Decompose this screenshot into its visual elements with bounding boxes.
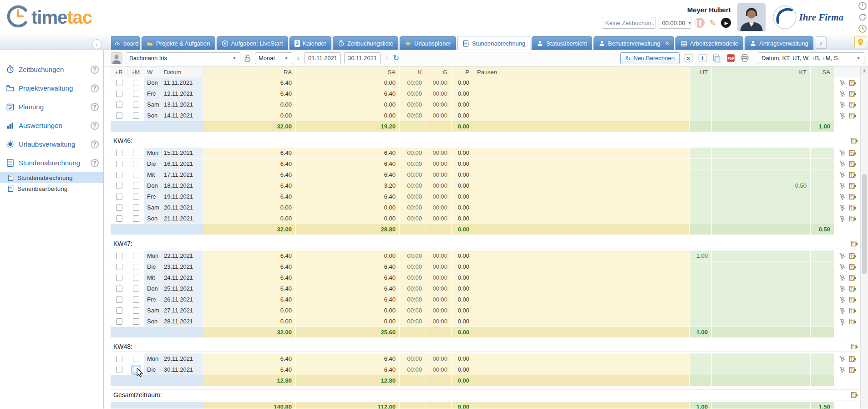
- row-checkbox-m[interactable]: [133, 367, 139, 373]
- sidebar-item-auswertungen[interactable]: Auswertungen?: [0, 116, 103, 135]
- user-select[interactable]: Bachmann Iris▼: [126, 52, 240, 64]
- table-export-icon[interactable]: [848, 171, 856, 179]
- scroll-up-arrow-icon[interactable]: ▲: [861, 66, 868, 74]
- handcart-icon[interactable]: [838, 149, 846, 157]
- row-checkbox-b[interactable]: [116, 356, 122, 362]
- row-checkbox-m[interactable]: [133, 150, 139, 156]
- handcart-icon[interactable]: [838, 263, 846, 271]
- print-icon[interactable]: [739, 53, 750, 64]
- tab-arbeitszeitmodelle[interactable]: Arbeitszeitmodelle: [675, 36, 743, 50]
- help-icon[interactable]: ?: [91, 84, 99, 92]
- lightbulb-icon[interactable]: [854, 36, 866, 48]
- table-export-icon[interactable]: [850, 391, 858, 399]
- row-checkbox-b[interactable]: [116, 297, 122, 303]
- row-checkbox-b[interactable]: [116, 183, 122, 189]
- handcart-icon[interactable]: [838, 204, 846, 212]
- table-export-icon[interactable]: [848, 285, 856, 293]
- date-to-input[interactable]: 30.11.2021: [344, 52, 381, 64]
- row-checkbox-m[interactable]: [133, 215, 139, 222]
- tab-overflow-button[interactable]: ›: [816, 36, 827, 49]
- row-checkbox-m[interactable]: [133, 161, 139, 167]
- help-icon[interactable]: ?: [91, 103, 99, 111]
- sidebar-item-urlaubsverwaltung[interactable]: Urlaubsverwaltung?: [0, 135, 103, 153]
- row-checkbox-m[interactable]: [133, 91, 139, 97]
- row-checkbox-m[interactable]: [133, 80, 139, 86]
- table-export-icon[interactable]: [848, 355, 856, 363]
- row-checkbox-b[interactable]: [116, 204, 122, 211]
- col-header-ra[interactable]: RA: [203, 66, 296, 77]
- row-checkbox-m[interactable]: [133, 112, 139, 119]
- sidebar-item-zeitbuchungen[interactable]: Zeitbuchungen?: [0, 60, 103, 79]
- row-checkbox-b[interactable]: [116, 275, 122, 281]
- handcart-icon[interactable]: [838, 307, 846, 315]
- handcart-icon[interactable]: [838, 215, 846, 223]
- tab-status-bersicht[interactable]: Statusübersicht: [532, 36, 592, 50]
- row-checkbox-m[interactable]: [133, 253, 139, 259]
- reload-icon[interactable]: ↻: [393, 53, 399, 63]
- handcart-icon[interactable]: [838, 101, 846, 109]
- tab-benutzerverwaltung[interactable]: Benutzerverwaltung×: [594, 36, 674, 50]
- row-checkbox-m[interactable]: [133, 318, 139, 325]
- tab-urlaubsplaner[interactable]: Urlaubsplaner: [400, 36, 456, 50]
- handcart-icon[interactable]: [838, 285, 846, 293]
- row-checkbox-m[interactable]: [133, 307, 139, 314]
- col-header-kt[interactable]: KT: [712, 66, 811, 77]
- table-export-icon[interactable]: [848, 101, 856, 109]
- row-checkbox-b[interactable]: [116, 367, 122, 373]
- handcart-icon[interactable]: [838, 274, 846, 282]
- table-export-icon[interactable]: [848, 204, 856, 212]
- next-period-button[interactable]: ›: [384, 54, 390, 62]
- help-icon[interactable]: ?: [91, 122, 99, 130]
- tab-stundenabrechnung[interactable]: Stundenabrechnung: [457, 36, 530, 50]
- row-checkbox-b[interactable]: [116, 253, 122, 259]
- user-avatar[interactable]: [737, 3, 766, 31]
- handcart-icon[interactable]: [838, 366, 846, 374]
- row-checkbox-b[interactable]: [116, 194, 122, 200]
- power-icon[interactable]: [858, 1, 867, 10]
- handcart-icon[interactable]: [838, 355, 846, 363]
- row-checkbox-b[interactable]: [116, 172, 122, 178]
- stop-tracking-button[interactable]: ▌▌: [695, 18, 705, 28]
- table-export-icon[interactable]: [848, 215, 856, 223]
- handcart-icon[interactable]: [838, 90, 846, 98]
- table-export-icon[interactable]: [848, 182, 856, 190]
- edit-booking-icon[interactable]: ✎: [708, 18, 718, 28]
- handcart-icon[interactable]: [838, 318, 846, 326]
- sidebar-item-projektverwaltung[interactable]: Projektverwaltung?: [0, 79, 103, 97]
- table-export-icon[interactable]: [848, 263, 856, 271]
- date-from-input[interactable]: 01.11.2021: [305, 52, 341, 64]
- sidebar-item-stundenabrechnung[interactable]: Stundenabrechnung?: [0, 153, 103, 172]
- row-checkbox-b[interactable]: [116, 318, 122, 325]
- row-checkbox-b[interactable]: [116, 150, 122, 156]
- handcart-icon[interactable]: [838, 79, 846, 87]
- clock-corner-icon[interactable]: [858, 24, 867, 33]
- tab-board[interactable]: board: [111, 36, 140, 50]
- row-checkbox-m[interactable]: [133, 183, 139, 189]
- table-export-icon[interactable]: [848, 318, 856, 326]
- export-copy-icon[interactable]: [711, 53, 722, 64]
- col-header-g[interactable]: G: [426, 66, 452, 77]
- unlock-icon[interactable]: [244, 54, 252, 62]
- table-export-icon[interactable]: [850, 343, 858, 350]
- period-select[interactable]: Monat▼: [255, 52, 292, 64]
- col-header-pausen[interactable]: Pausen: [473, 66, 690, 77]
- handcart-icon[interactable]: [838, 112, 846, 120]
- sidebar-subitem-stundenabrechnung[interactable]: Stundenabrechnung: [0, 172, 103, 183]
- row-checkbox-b[interactable]: [116, 161, 122, 167]
- export-excel-icon[interactable]: x: [683, 53, 694, 64]
- col-header-m[interactable]: +M: [127, 66, 144, 77]
- row-checkbox-b[interactable]: [116, 80, 122, 86]
- row-checkbox-b[interactable]: [116, 215, 122, 222]
- table-export-icon[interactable]: [848, 79, 856, 87]
- col-header-sa2[interactable]: SA: [811, 66, 834, 77]
- help-icon[interactable]: ?: [91, 159, 99, 167]
- handcart-icon[interactable]: [838, 296, 846, 304]
- table-export-icon[interactable]: [848, 366, 856, 374]
- tab-aufgaben-livestart[interactable]: Aufgaben: LiveStart: [217, 36, 288, 50]
- handcart-icon[interactable]: [838, 160, 846, 168]
- row-checkbox-b[interactable]: [116, 286, 122, 292]
- sidebar-item-planung[interactable]: Planung?: [0, 97, 103, 116]
- columns-select[interactable]: Datum, KT, UT, W, +B, +M, S▼: [758, 52, 864, 64]
- handcart-icon[interactable]: [838, 193, 846, 201]
- tab-close-icon[interactable]: ×: [665, 41, 669, 46]
